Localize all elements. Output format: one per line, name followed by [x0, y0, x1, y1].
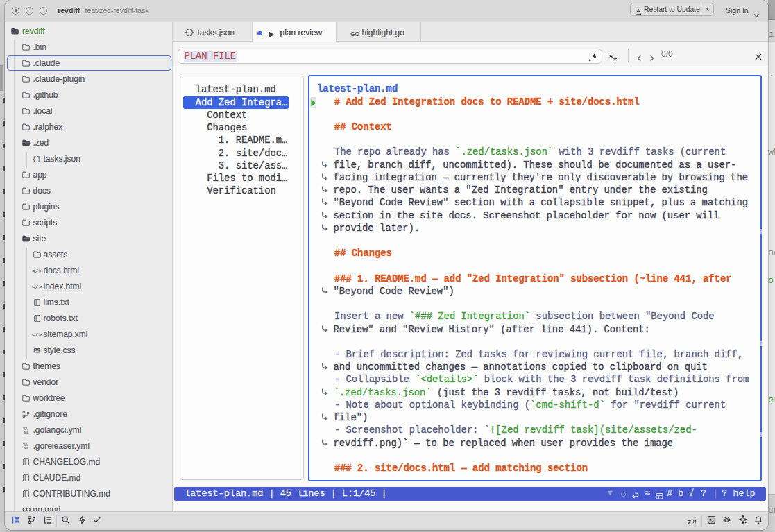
- svg-text:ML: ML: [24, 446, 29, 450]
- svg-text:ML: ML: [24, 430, 29, 434]
